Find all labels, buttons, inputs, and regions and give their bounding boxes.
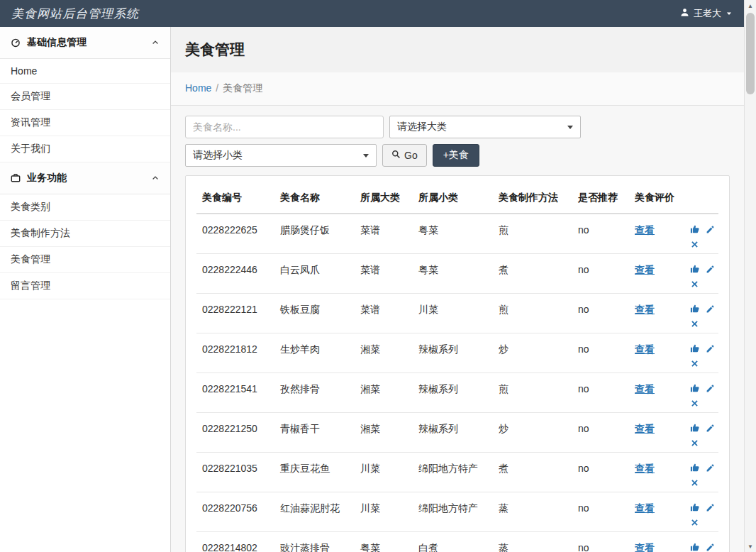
pencil-icon[interactable] bbox=[706, 304, 715, 314]
minor-category-select[interactable]: 请选择小类 bbox=[185, 144, 377, 167]
view-link[interactable]: 查看 bbox=[635, 264, 655, 275]
view-link[interactable]: 查看 bbox=[635, 304, 655, 315]
view-link[interactable]: 查看 bbox=[635, 383, 655, 394]
pencil-icon[interactable] bbox=[706, 344, 715, 353]
thumbs-up-icon[interactable] bbox=[690, 423, 700, 433]
cell-review: 查看 bbox=[629, 413, 684, 453]
pencil-icon[interactable] bbox=[706, 225, 715, 234]
food-name-input[interactable] bbox=[185, 116, 384, 138]
user-menu[interactable]: 王老大 bbox=[680, 7, 733, 20]
user-name: 王老大 bbox=[694, 7, 721, 20]
cell-review: 查看 bbox=[629, 214, 684, 254]
view-link[interactable]: 查看 bbox=[635, 343, 655, 355]
scrollbar-thumb[interactable] bbox=[746, 13, 755, 94]
cell-actions bbox=[684, 373, 718, 413]
view-link[interactable]: 查看 bbox=[635, 463, 655, 474]
column-header-actions bbox=[684, 183, 718, 214]
column-header: 所属小类 bbox=[413, 183, 493, 214]
cell-major-category: 菜谱 bbox=[355, 254, 413, 294]
user-icon bbox=[680, 8, 689, 19]
thumbs-up-icon[interactable] bbox=[690, 383, 700, 393]
sidebar-item[interactable]: 资讯管理 bbox=[0, 110, 170, 136]
pencil-icon[interactable] bbox=[706, 463, 715, 473]
cell-food-name: 铁板豆腐 bbox=[274, 294, 355, 333]
pencil-icon[interactable] bbox=[706, 265, 715, 274]
thumbs-up-icon[interactable] bbox=[690, 304, 700, 314]
cell-food-name: 孜然排骨 bbox=[274, 373, 355, 413]
table-row: 0228214802豉汁蒸排骨粤菜白煮蒸no查看 bbox=[196, 532, 718, 552]
delete-x-icon[interactable] bbox=[690, 240, 699, 249]
view-link[interactable]: 查看 bbox=[635, 502, 655, 514]
table-row: 0228221541孜然排骨湘菜辣椒系列煎no查看 bbox=[196, 373, 718, 413]
cell-review: 查看 bbox=[629, 333, 684, 373]
table-row: 0228222446白云凤爪菜谱粤菜煮no查看 bbox=[196, 254, 718, 294]
breadcrumb-home-link[interactable]: Home bbox=[185, 82, 211, 94]
delete-x-icon[interactable] bbox=[690, 478, 699, 487]
view-link[interactable]: 查看 bbox=[635, 224, 655, 236]
thumbs-up-icon[interactable] bbox=[690, 264, 700, 274]
scrollbar-up-arrow[interactable]: ▲ bbox=[745, 0, 756, 11]
cell-review: 查看 bbox=[629, 254, 684, 294]
cell-actions bbox=[684, 214, 718, 254]
cell-food-name: 红油蒜泥肘花 bbox=[274, 492, 355, 532]
sidebar-item[interactable]: 关于我们 bbox=[0, 136, 170, 162]
cell-actions bbox=[684, 532, 718, 552]
cell-food-id: 0228221250 bbox=[196, 413, 274, 453]
major-category-select[interactable]: 请选择大类 bbox=[389, 116, 581, 138]
delete-x-icon[interactable] bbox=[690, 518, 699, 527]
thumbs-up-icon[interactable] bbox=[690, 542, 700, 552]
view-link[interactable]: 查看 bbox=[635, 542, 655, 552]
cell-method: 炒 bbox=[493, 413, 572, 453]
thumbs-up-icon[interactable] bbox=[690, 343, 700, 353]
column-header: 美食制作方法 bbox=[493, 183, 572, 214]
cell-minor-category: 辣椒系列 bbox=[413, 333, 493, 373]
delete-x-icon[interactable] bbox=[690, 319, 699, 329]
delete-x-icon[interactable] bbox=[690, 399, 699, 408]
thumbs-up-icon[interactable] bbox=[690, 463, 700, 473]
cell-major-category: 湘菜 bbox=[355, 333, 413, 373]
cell-food-name: 青椒香干 bbox=[274, 413, 355, 453]
cell-method: 煮 bbox=[493, 254, 572, 294]
cell-review: 查看 bbox=[629, 532, 684, 552]
sidebar-item[interactable]: 美食制作方法 bbox=[0, 221, 170, 247]
pencil-icon[interactable] bbox=[706, 503, 715, 512]
cell-review: 查看 bbox=[629, 492, 684, 532]
cell-minor-category: 川菜 bbox=[413, 294, 493, 333]
table-row: 0228221812生炒羊肉湘菜辣椒系列炒no查看 bbox=[196, 333, 718, 373]
cell-review: 查看 bbox=[629, 373, 684, 413]
sidebar-item[interactable]: 留言管理 bbox=[0, 273, 170, 299]
delete-x-icon[interactable] bbox=[690, 359, 699, 368]
pencil-icon[interactable] bbox=[706, 543, 715, 552]
scrollbar-down-arrow[interactable]: ▼ bbox=[745, 541, 756, 552]
sidebar-item[interactable]: 美食类别 bbox=[0, 194, 170, 221]
cell-food-id: 0228221035 bbox=[196, 453, 274, 492]
go-button[interactable]: Go bbox=[382, 144, 427, 167]
sidebar-section-header[interactable]: 基础信息管理 bbox=[0, 27, 170, 59]
table-header-row: 美食编号美食名称所属大类所属小类美食制作方法是否推荐美食评价 bbox=[196, 183, 718, 214]
delete-x-icon[interactable] bbox=[690, 280, 699, 289]
sidebar-section-header[interactable]: 业务功能 bbox=[0, 162, 170, 194]
caret-down-icon bbox=[726, 10, 733, 17]
cell-major-category: 湘菜 bbox=[355, 413, 413, 453]
pencil-icon[interactable] bbox=[706, 424, 715, 433]
breadcrumb: Home/美食管理 bbox=[171, 72, 744, 106]
sidebar-item[interactable]: 美食管理 bbox=[0, 247, 170, 273]
table-row: 0228220756红油蒜泥肘花川菜绵阳地方特产蒸no查看 bbox=[196, 492, 718, 532]
vertical-scrollbar[interactable]: ▲ ▼ bbox=[744, 0, 756, 552]
view-link[interactable]: 查看 bbox=[635, 423, 655, 434]
sidebar-item[interactable]: Home bbox=[0, 59, 170, 84]
delete-x-icon[interactable] bbox=[690, 438, 699, 448]
cell-actions bbox=[684, 413, 718, 453]
thumbs-up-icon[interactable] bbox=[690, 502, 700, 512]
pencil-icon[interactable] bbox=[706, 384, 715, 393]
major-category-selected: 请选择大类 bbox=[397, 121, 447, 133]
sidebar-item[interactable]: 会员管理 bbox=[0, 84, 170, 110]
search-icon bbox=[391, 150, 401, 161]
chevron-up-icon bbox=[151, 174, 160, 182]
cell-food-id: 0228222121 bbox=[196, 294, 274, 333]
add-food-button[interactable]: +美食 bbox=[433, 144, 479, 167]
cell-food-name: 白云凤爪 bbox=[274, 254, 355, 294]
food-table-body: 0228222625腊肠煲仔饭菜谱粤菜煎no查看0228222446白云凤爪菜谱… bbox=[196, 214, 718, 552]
food-table-card: 美食编号美食名称所属大类所属小类美食制作方法是否推荐美食评价 022822262… bbox=[185, 175, 730, 552]
thumbs-up-icon[interactable] bbox=[690, 224, 700, 234]
